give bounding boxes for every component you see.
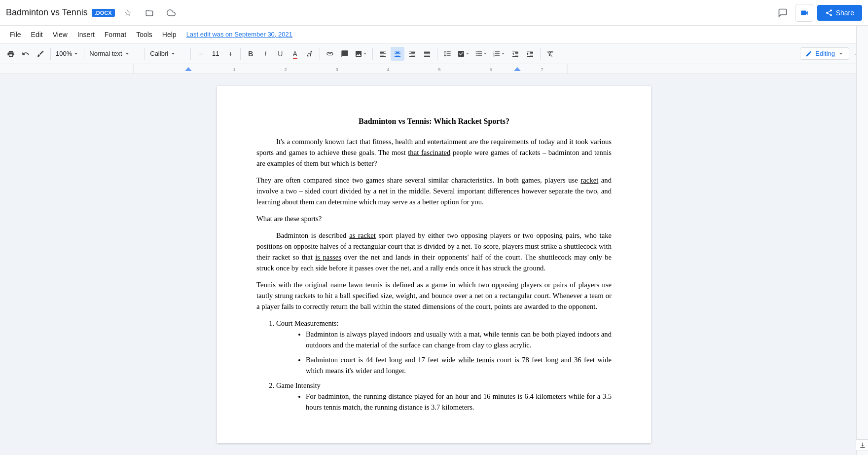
sep5 [240, 48, 241, 60]
line-spacing-button[interactable] [440, 47, 454, 61]
text-color-button[interactable]: A [288, 47, 302, 61]
doc-area: Badminton vs Tennis: Which Racket Sports… [0, 74, 868, 455]
editing-mode-button[interactable]: Editing [800, 47, 849, 60]
paragraph-3: What are these sports? [256, 213, 612, 224]
font-select[interactable]: Calibri [148, 49, 187, 58]
bullet-list-2: For badminton, the running distance play… [306, 391, 612, 413]
sep6 [320, 48, 320, 60]
svg-text:7: 7 [541, 67, 543, 72]
style-select[interactable]: Normal text [87, 49, 142, 58]
list-item-1: Court Measurements: Badminton is always … [276, 318, 612, 376]
sep8 [437, 48, 437, 60]
menu-format[interactable]: Format [101, 29, 130, 40]
bullet-list-button[interactable] [473, 47, 490, 61]
menu-view[interactable]: View [49, 29, 72, 40]
svg-rect-0 [0, 64, 868, 74]
print-button[interactable] [4, 47, 18, 61]
increase-indent-button[interactable] [523, 47, 537, 61]
sep2 [84, 48, 84, 60]
zoom-control[interactable]: 100% [54, 49, 81, 58]
sep1 [50, 48, 51, 60]
cloud-icon[interactable] [162, 4, 180, 22]
sep7 [372, 48, 373, 60]
link-button[interactable] [323, 47, 337, 61]
share-label: Share [836, 9, 854, 17]
comments-icon[interactable] [774, 4, 792, 22]
paragraph-5: Tennis with the original name lawn tenni… [256, 279, 612, 312]
font-value: Calibri [150, 50, 168, 57]
underline-as-racket: as racket [349, 231, 376, 239]
bold-button[interactable]: B [244, 47, 257, 61]
checklist-button[interactable] [455, 47, 472, 61]
editing-mode-label: Editing [815, 50, 835, 57]
undo-button[interactable] [19, 47, 33, 61]
menu-help[interactable]: Help [158, 29, 181, 40]
style-value: Normal text [89, 50, 122, 57]
underline-is-passes: is passes [315, 253, 341, 261]
numbered-list-button[interactable] [491, 47, 507, 61]
underline-button[interactable]: U [273, 47, 287, 61]
bullet-item-3: For badminton, the running distance play… [306, 391, 612, 413]
right-actions: Share [774, 4, 862, 22]
svg-text:2: 2 [284, 67, 287, 72]
ruler-svg: 1 2 3 4 5 6 7 [0, 64, 868, 74]
last-edit[interactable]: Last edit was on September 30, 2021 [186, 31, 292, 38]
docx-badge: .DOCX [92, 9, 115, 17]
ruler: 1 2 3 4 5 6 7 [0, 64, 868, 74]
toolbar: 100% Normal text Calibri − 11 + B I U A [0, 43, 868, 64]
highlight-button[interactable] [303, 47, 317, 61]
comment-button[interactable] [338, 47, 352, 61]
italic-button[interactable]: I [258, 47, 272, 61]
svg-text:5: 5 [438, 67, 440, 72]
menu-tools[interactable]: Tools [132, 29, 156, 40]
align-left-button[interactable] [376, 47, 390, 61]
document-page[interactable]: Badminton vs Tennis: Which Racket Sports… [217, 86, 651, 443]
underline-fascinated: that fascinated [408, 149, 450, 156]
svg-text:4: 4 [387, 67, 389, 72]
underline-racket: racket [580, 176, 598, 184]
sep3 [145, 48, 145, 60]
bullet-item-1: Badminton is always played indoors and u… [306, 329, 612, 350]
meet-icon[interactable] [796, 4, 813, 22]
share-button[interactable]: Share [817, 5, 862, 21]
bullet-list-1: Badminton is always played indoors and u… [306, 329, 612, 376]
title-bar: Badminton vs Tennis .DOCX ☆ Share [0, 0, 868, 26]
clear-formatting-button[interactable] [543, 47, 557, 61]
font-increase-button[interactable]: + [223, 47, 237, 61]
justify-button[interactable] [420, 47, 434, 61]
list-item-2: Game Intensity For badminton, the runnin… [276, 380, 612, 413]
right-sidebar [856, 26, 868, 455]
sep4 [190, 48, 191, 60]
menu-edit[interactable]: Edit [27, 29, 47, 40]
paragraph-1: It's a commonly known fact that fitness,… [256, 136, 612, 169]
star-icon[interactable]: ☆ [119, 4, 137, 22]
ordered-list: Court Measurements: Badminton is always … [276, 318, 612, 413]
paragraph-4: Badminton is described as racket sport p… [256, 230, 612, 273]
svg-text:1: 1 [233, 67, 235, 72]
folder-icon[interactable] [141, 4, 158, 22]
menu-insert[interactable]: Insert [73, 29, 99, 40]
menu-file[interactable]: File [6, 29, 25, 40]
scroll-bottom-button[interactable] [856, 439, 868, 451]
decrease-indent-button[interactable] [508, 47, 522, 61]
font-size: 11 [209, 50, 222, 57]
bullet-item-2: Badminton court is 44 feet long and 17 f… [306, 354, 612, 376]
paint-format-button[interactable] [34, 47, 47, 61]
svg-text:6: 6 [489, 67, 492, 72]
font-decrease-button[interactable]: − [194, 47, 208, 61]
zoom-value: 100% [56, 50, 72, 57]
menu-bar: File Edit View Insert Format Tools Help … [0, 26, 868, 43]
underline-while-tennis: while tennis [458, 356, 494, 364]
svg-text:3: 3 [335, 67, 338, 72]
align-center-button[interactable] [391, 47, 404, 61]
image-button[interactable] [353, 47, 369, 61]
paragraph-2: They are often compared since two games … [256, 175, 612, 207]
align-right-button[interactable] [405, 47, 419, 61]
doc-title: Badminton vs Tennis [6, 7, 88, 18]
sep9 [540, 48, 541, 60]
doc-heading: Badminton vs Tennis: Which Racket Sports… [256, 115, 612, 127]
